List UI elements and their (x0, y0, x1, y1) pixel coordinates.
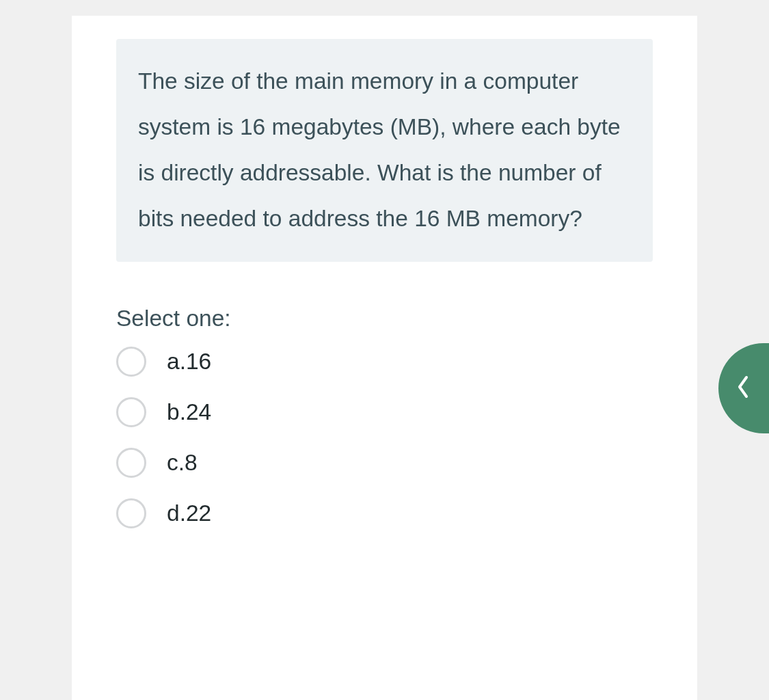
option-b-label: b.24 (167, 399, 211, 425)
radio-b[interactable] (116, 397, 146, 427)
option-c[interactable]: c.8 (116, 448, 653, 478)
question-text: The size of the main memory in a compute… (138, 68, 621, 231)
options-list: a.16 b.24 c.8 d.22 (116, 347, 653, 528)
select-one-prompt: Select one: (116, 306, 653, 332)
option-d[interactable]: d.22 (116, 498, 653, 528)
side-drawer-toggle[interactable] (718, 343, 769, 433)
option-c-label: c.8 (167, 450, 198, 476)
question-text-box: The size of the main memory in a compute… (116, 39, 653, 262)
option-a-label: a.16 (167, 349, 211, 375)
question-card: The size of the main memory in a compute… (72, 16, 697, 700)
radio-d[interactable] (116, 498, 146, 528)
chevron-left-icon (734, 373, 753, 403)
radio-a[interactable] (116, 347, 146, 377)
option-b[interactable]: b.24 (116, 397, 653, 427)
radio-c[interactable] (116, 448, 146, 478)
option-a[interactable]: a.16 (116, 347, 653, 377)
option-d-label: d.22 (167, 500, 211, 526)
